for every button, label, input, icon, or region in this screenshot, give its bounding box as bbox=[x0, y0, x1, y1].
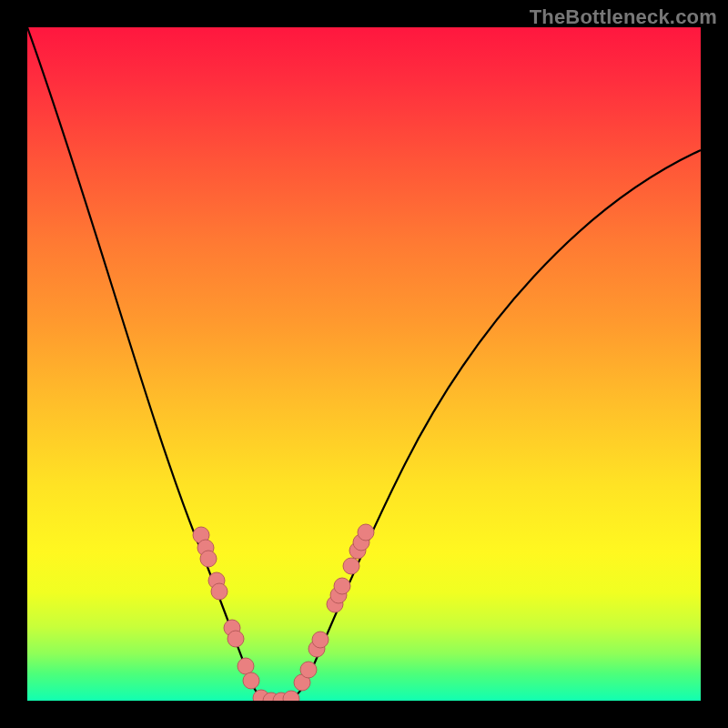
dots-layer bbox=[193, 524, 374, 701]
data-dot bbox=[238, 658, 254, 674]
data-dot bbox=[312, 632, 329, 648]
bottleneck-curve bbox=[27, 27, 701, 701]
data-dot bbox=[343, 558, 359, 574]
watermark-text: TheBottleneck.com bbox=[530, 5, 717, 29]
data-dot bbox=[334, 578, 350, 594]
data-dot bbox=[200, 551, 217, 567]
data-dot bbox=[211, 583, 228, 600]
chart-svg bbox=[27, 27, 701, 701]
data-dot bbox=[300, 662, 317, 678]
data-dot bbox=[283, 691, 299, 701]
outer-frame: TheBottleneck.com bbox=[0, 0, 728, 728]
data-dot bbox=[358, 524, 374, 541]
data-dot bbox=[228, 631, 244, 647]
data-dot bbox=[243, 672, 259, 689]
gradient-plot-area bbox=[27, 27, 701, 701]
